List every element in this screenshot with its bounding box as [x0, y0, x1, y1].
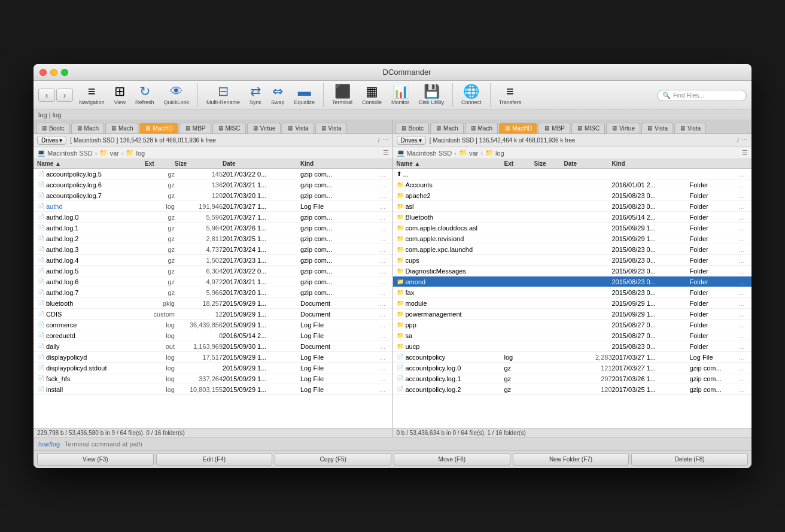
list-item[interactable]: 📁 Accounts 2016/01/01 2... Folder …: [393, 180, 752, 190]
list-item[interactable]: 📄 authd.log.5 gz 6,304 2017/03/22 0... g…: [34, 266, 392, 276]
tab-misc[interactable]: 🖥MISC: [571, 123, 605, 133]
list-item[interactable]: 📁 emond 2015/08/23 0... Folder …: [393, 276, 752, 287]
breadcrumb-item-log[interactable]: 📁log: [485, 149, 504, 157]
list-item[interactable]: 📄 authd.log.7 gz 5,966 2017/03/20 1... g…: [34, 287, 392, 298]
transfers-button[interactable]: ≡ Transfers: [495, 84, 525, 107]
list-item[interactable]: 📄 accountpolicy.log.7 gz 120 2017/03/20 …: [34, 190, 392, 201]
breadcrumb-item-var[interactable]: 📁var: [99, 149, 118, 157]
fn-button-view--f3-[interactable]: View (F3): [37, 453, 154, 466]
tab-mach[interactable]: 🖥Mach: [430, 123, 463, 133]
right-path-menu-icon[interactable]: ⋯: [741, 136, 748, 144]
diskutility-button[interactable]: 💾 Disk Utility: [415, 84, 448, 107]
back-button[interactable]: ‹: [38, 89, 55, 102]
quicklook-button[interactable]: 👁 QuickLook: [160, 84, 193, 107]
sync-button[interactable]: ⇄ Sync: [246, 84, 265, 107]
tab-virtue[interactable]: 🖥Virtue: [606, 123, 640, 133]
list-item[interactable]: 📁 ppp 2015/08/27 0... Folder …: [393, 320, 752, 330]
list-item[interactable]: 📄 authd.log.2 gz 2,811 2017/03/25 1... g…: [34, 233, 392, 244]
fn-button-delete--f8-[interactable]: Delete (F8): [631, 453, 748, 466]
tab-bootc[interactable]: 🖥Bootc: [36, 123, 70, 133]
breadcrumb-item-macintosh ssd[interactable]: 💻Macintosh SSD: [37, 149, 93, 157]
list-item[interactable]: 📁 apache2 2015/08/23 0... Folder …: [393, 190, 752, 201]
tab-vista[interactable]: 🖥Vista: [315, 123, 347, 133]
forward-button[interactable]: ›: [56, 89, 73, 102]
list-item[interactable]: 📄 displaypolicyd log 17,517 2015/09/29 1…: [34, 352, 392, 363]
list-item[interactable]: 📄 authd log 191,946 2017/03/27 1... Log …: [34, 201, 392, 212]
tab-misc[interactable]: 🖥MISC: [212, 123, 246, 133]
close-button[interactable]: [39, 69, 47, 76]
list-item[interactable]: 📄 accountpolicy.log.2 gz 120 2017/03/25 …: [393, 384, 752, 395]
right-col-date[interactable]: Date: [564, 160, 612, 167]
tab-mach[interactable]: 🖥Mach: [465, 123, 498, 133]
list-item[interactable]: 📄 authd.log.4 gz 1,502 2017/03/23 1... g…: [34, 255, 392, 266]
list-item[interactable]: 📄 accountpolicy.log.6 gz 136 2017/03/21 …: [34, 180, 392, 190]
breadcrumb-item-var[interactable]: 📁var: [459, 149, 478, 157]
list-item[interactable]: ⬆ ... …: [393, 169, 752, 180]
minimize-button[interactable]: [50, 69, 57, 76]
list-item[interactable]: 📄 accountpolicy.log.1 gz 297 2017/03/26 …: [393, 373, 752, 384]
list-item[interactable]: 📄 displaypolicyd.stdout log 2015/09/29 1…: [34, 363, 392, 373]
right-col-kind[interactable]: Kind: [612, 160, 690, 167]
list-item[interactable]: 📄 authd.log.1 gz 5,964 2017/03/26 1... g…: [34, 223, 392, 233]
list-item[interactable]: 📄 bluetooth pklg 18,257 2015/09/29 1... …: [34, 298, 392, 309]
list-item[interactable]: 📁 Bluetooth 2016/05/14 2... Folder …: [393, 212, 752, 223]
tab-vista[interactable]: 🖥Vista: [641, 123, 673, 133]
tab-mach[interactable]: 🖥Mach: [105, 123, 138, 133]
left-col-ext[interactable]: Ext: [145, 160, 175, 167]
left-path-menu-icon[interactable]: ⋯: [382, 136, 389, 144]
tab-mach[interactable]: 🖥Mach: [71, 123, 104, 133]
list-item[interactable]: 📁 com.apple.clouddocs.asl 2015/09/29 1..…: [393, 223, 752, 233]
fn-button-move--f6-[interactable]: Move (F6): [394, 453, 510, 466]
list-item[interactable]: 📄 accountpolicy log 2,283 2017/03/27 1..…: [393, 352, 752, 363]
search-box[interactable]: 🔍 Find Files...: [657, 90, 747, 101]
tab-machd[interactable]: 🖥MacHD: [139, 123, 178, 133]
list-item[interactable]: 📁 asl 2015/08/23 0... Folder …: [393, 201, 752, 212]
right-col-size[interactable]: Size: [534, 160, 564, 167]
list-item[interactable]: 📄 authd.log.6 gz 4,972 2017/03/21 1... g…: [34, 276, 392, 287]
breadcrumb-item-log[interactable]: 📁log: [126, 149, 145, 157]
view-button[interactable]: ⊞ View: [111, 84, 129, 107]
list-item[interactable]: 📁 fax 2015/08/23 0... Folder …: [393, 287, 752, 298]
list-item[interactable]: 📄 daily out 1,163,969 2015/09/30 1... Do…: [34, 341, 392, 352]
right-col-ext[interactable]: Ext: [504, 160, 534, 167]
left-col-name[interactable]: Name ▲: [37, 160, 145, 167]
left-drives-button[interactable]: Drives ▾: [37, 136, 66, 145]
tab-virtue[interactable]: 🖥Virtue: [247, 123, 281, 133]
left-col-date[interactable]: Date: [223, 160, 300, 167]
monitor-button[interactable]: 📊 Monitor: [388, 84, 413, 107]
list-item[interactable]: 📄 authd.log.3 gz 4,737 2017/03/24 1... g…: [34, 244, 392, 255]
navigation-button[interactable]: ≡ Navigation: [75, 84, 108, 107]
list-item[interactable]: 📁 sa 2015/08/27 0... Folder …: [393, 330, 752, 341]
fullscreen-button[interactable]: [61, 69, 68, 76]
left-col-kind[interactable]: Kind: [300, 160, 379, 167]
list-item[interactable]: 📄 CDIS custom 12 2015/09/29 1... Documen…: [34, 309, 392, 320]
list-item[interactable]: 📁 module 2015/09/29 1... Folder …: [393, 298, 752, 309]
right-drives-button[interactable]: Drives ▾: [397, 136, 426, 145]
breadcrumb-bookmark-icon[interactable]: ☰: [383, 149, 389, 157]
breadcrumb-item-macintosh ssd[interactable]: 💻Macintosh SSD: [397, 149, 452, 157]
list-item[interactable]: 📄 install log 10,803,155 2015/09/29 1...…: [34, 384, 392, 395]
list-item[interactable]: 📄 accountpolicy.log.0 gz 121 2017/03/27 …: [393, 363, 752, 373]
list-item[interactable]: 📁 com.apple.revisiond 2015/09/29 1... Fo…: [393, 233, 752, 244]
tab-mbp[interactable]: 🖥MBP: [538, 123, 570, 133]
multirename-button[interactable]: ⊟ Multi-Rename: [203, 84, 244, 107]
connect-button[interactable]: 🌐 Connect: [458, 84, 485, 107]
breadcrumb-bookmark-icon[interactable]: ☰: [742, 149, 748, 157]
tab-bootc[interactable]: 🖥Bootc: [395, 123, 430, 133]
tab-vista[interactable]: 🖥Vista: [674, 123, 706, 133]
tab-machd[interactable]: 🖥MacHD: [499, 123, 537, 133]
console-button[interactable]: ▦ Console: [358, 84, 385, 107]
equalize-button[interactable]: ▬ Equalize: [291, 84, 319, 107]
list-item[interactable]: 📁 cups 2015/08/23 0... Folder …: [393, 255, 752, 266]
right-col-name[interactable]: Name ▲: [397, 160, 504, 167]
list-item[interactable]: 📁 powermanagement 2015/09/29 1... Folder…: [393, 309, 752, 320]
list-item[interactable]: 📄 commerce log 36,439,856 2015/09/29 1..…: [34, 320, 392, 330]
list-item[interactable]: 📁 com.apple.xpc.launchd 2015/08/23 0... …: [393, 244, 752, 255]
fn-button-new-folder--f7-[interactable]: New Folder (F7): [513, 453, 629, 466]
list-item[interactable]: 📄 coreduetd log 0 2016/05/14 2... Log Fi…: [34, 330, 392, 341]
swap-button[interactable]: ⇔ Swap: [267, 84, 288, 107]
fn-button-copy--f5-[interactable]: Copy (F5): [275, 453, 391, 466]
left-col-size[interactable]: Size: [175, 160, 223, 167]
list-item[interactable]: 📄 fsck_hfs log 337,264 2015/09/29 1... L…: [34, 373, 392, 384]
terminal-button[interactable]: ⬛ Terminal: [328, 84, 356, 107]
